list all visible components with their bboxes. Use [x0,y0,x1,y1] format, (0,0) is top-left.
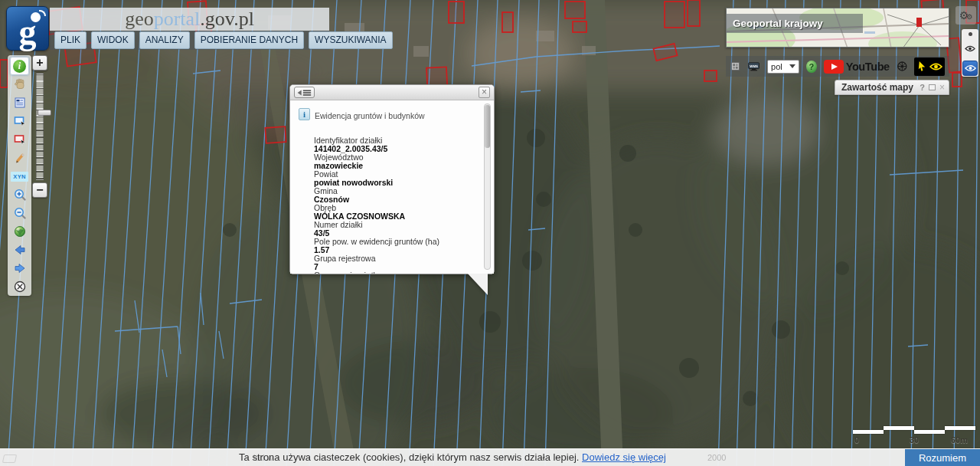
yellow-cursor-icon [917,61,927,72]
zoom-slider-minus-button[interactable]: − [32,182,47,198]
zoom-slider-handle[interactable] [38,110,51,116]
field-row: Grupa rejestrowa 7 [314,254,467,271]
draw-measure-tool[interactable] [10,149,29,167]
main-menu: PLIK WIDOK ANALIZY POBIERANIE DANYCH WYS… [50,31,329,50]
panel-help-icon[interactable]: ? [920,83,925,92]
scale-segment [884,426,914,430]
zoom-in-tool[interactable] [10,185,29,204]
map-tools-panel: i [8,55,31,296]
dot-icon[interactable] [969,32,972,36]
coordinates-xyn-tool[interactable]: XYN [10,167,29,185]
map-contents-panel-header[interactable]: Zawartość mapy ? × [835,80,949,95]
field-row: Województwo mazowieckie [314,153,467,170]
zoom-out-icon [13,206,27,220]
show-layers-button[interactable] [962,61,978,76]
circle-x-icon [13,280,27,294]
arrow-right-icon [13,261,27,275]
zoom-slider-track[interactable] [36,73,44,180]
deselect-rectangle-tool[interactable] [10,130,29,149]
menu-analizy[interactable]: ANALIZY [139,31,190,49]
field-row: Powiat powiat nowodworski [314,170,467,187]
panel-close-icon[interactable]: × [939,84,945,91]
youtube-label: YouTube [846,61,890,73]
pencil-measure-icon [13,151,27,165]
previous-view-tool[interactable] [10,241,29,259]
geoportal-app: g geoportal.gov.pl PLIK WIDOK ANALIZY PO… [0,0,980,466]
white-eye-icon [965,64,976,72]
eye-icon[interactable] [965,45,975,52]
language-value: pol [771,62,782,71]
settings-button[interactable]: ⚙⚙ [956,6,976,25]
menu-pobieranie-danych[interactable]: POBIERANIE DANYCH [194,31,304,49]
zoom-slider-plus-button[interactable]: + [32,55,47,71]
popup-scrollbar[interactable] [484,103,491,270]
hand-pan-icon [13,77,27,91]
field-row: Oznaczenie użytku [314,271,467,274]
map-quick-toolbar: WMS pol ? YouTube [726,56,949,77]
grid-icon[interactable] [730,61,740,72]
wheel-icon[interactable] [897,60,908,73]
scale-bar: 0 30 60m [853,426,977,446]
yellow-eye-icon [929,62,942,71]
zoom-slider: + − [32,55,49,71]
help-button[interactable]: ? [806,61,817,73]
cookie-learn-more-link[interactable]: Dowiedz się więcej [582,451,666,463]
visibility-panel [962,29,978,77]
scale-segment [945,426,975,430]
parcel-attributes: Identyfikator działki 141402_2.0035.43/5… [314,136,467,274]
identify-info-tool[interactable]: i [10,57,29,75]
menu-wyszukiwania[interactable]: WYSZUKIWANIA [309,31,393,49]
form-legend-icon [13,96,27,110]
svg-text:WMS: WMS [750,64,758,67]
zoom-out-tool[interactable] [10,204,29,222]
map-contents-controls: ? × [920,83,945,92]
field-row: Numer działki 43/5 [314,221,467,238]
cancel-tool[interactable] [10,277,29,296]
wms-icon[interactable]: WMS [747,61,760,73]
geoportal-logo[interactable]: g [6,6,49,51]
popup-back-list-button[interactable] [294,87,315,98]
scale-label-30: 30 [910,435,919,445]
title-geo: geo [125,8,154,31]
youtube-link[interactable]: YouTube [824,60,890,74]
scale-label-60m: 60m [951,435,968,445]
scale-segment [853,430,884,434]
site-title: geoportal.gov.pl [50,8,329,31]
menu-widok[interactable]: WIDOK [91,31,135,49]
title-portal: portal [154,8,201,31]
youtube-play-icon [824,60,844,74]
info-icon: i [13,60,26,73]
pan-tool[interactable] [10,75,29,94]
overview-title: Geoportal krajowy [727,14,863,33]
select-rectangle-tool[interactable] [10,112,29,130]
cookie-message: Ta strona używa ciasteczek (cookies), dz… [0,449,905,466]
popup-header: × [290,85,494,100]
popup-layer-title: Ewidencja gruntów i budynków [315,111,425,120]
zoom-in-icon [13,188,27,202]
full-extent-tool[interactable] [10,222,29,241]
popup-close-button[interactable]: × [479,87,490,98]
popup-scrollbar-thumb[interactable] [485,105,490,148]
panel-maximize-icon[interactable] [929,84,936,90]
scale-segment [914,430,945,434]
cookie-notice-bar: ład w 2000 Ta strona używa ciasteczek (c… [0,448,980,466]
field-row: Identyfikator działki 141402_2.0035.43/5 [314,136,467,153]
xyn-coordinates-icon: XYN [11,172,28,182]
cookie-accept-button[interactable]: Rozumiem [905,449,980,466]
logo-flag [39,10,46,16]
field-row: Obręb WÓLKA CZOSNOWSKA [314,204,467,221]
next-view-tool[interactable] [10,259,29,277]
title-suffix: .gov.pl [200,8,254,31]
legend-form-tool[interactable] [10,94,29,112]
field-row: Gmina Czosnów [314,187,467,204]
language-select[interactable]: pol [767,60,799,74]
menu-plik[interactable]: PLIK [54,31,87,49]
overview-minimap[interactable]: Geoportal krajowy [726,8,949,48]
gears-icon: ⚙⚙ [959,9,973,21]
map-contents-title: Zawartość mapy [841,82,913,93]
accessibility-contrast-toggle[interactable] [914,57,945,76]
field-row: Pole pow. w ewidencji gruntów (ha) 1.57 [314,238,467,254]
scale-label-0: 0 [854,435,859,445]
arrow-left-icon [13,243,27,257]
back-list-icon [296,88,313,97]
